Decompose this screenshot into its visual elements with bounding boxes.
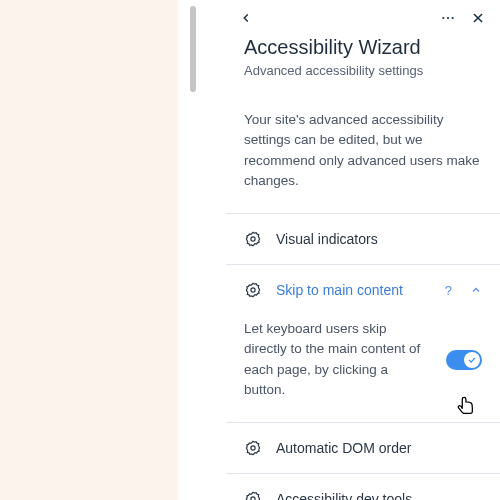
section-dom-order: Automatic DOM order bbox=[226, 422, 500, 473]
gear-icon bbox=[244, 230, 262, 248]
svg-point-2 bbox=[452, 17, 454, 19]
scrollbar-track[interactable] bbox=[190, 0, 200, 500]
section-header-dom-order[interactable]: Automatic DOM order bbox=[226, 423, 500, 473]
section-visual-indicators: Visual indicators bbox=[226, 213, 500, 264]
section-header-skip-main[interactable]: Skip to main content ? bbox=[226, 265, 500, 315]
back-icon[interactable] bbox=[236, 8, 256, 28]
title-block: Accessibility Wizard Advanced accessibil… bbox=[226, 32, 500, 92]
section-body-skip-main: Let keyboard users skip directly to the … bbox=[226, 315, 500, 422]
section-label: Skip to main content bbox=[276, 282, 427, 298]
svg-point-5 bbox=[251, 237, 255, 241]
svg-point-7 bbox=[251, 446, 255, 450]
section-skip-main: Skip to main content ? Let keyboard user… bbox=[226, 264, 500, 422]
gear-icon bbox=[244, 490, 262, 500]
skip-main-toggle[interactable] bbox=[446, 350, 482, 370]
scrollbar-thumb[interactable] bbox=[190, 6, 196, 92]
toggle-knob bbox=[464, 352, 480, 368]
more-icon[interactable] bbox=[438, 8, 458, 28]
help-icon[interactable]: ? bbox=[441, 283, 456, 298]
panel-top-bar bbox=[226, 0, 500, 32]
section-label: Visual indicators bbox=[276, 231, 482, 247]
page-title: Accessibility Wizard bbox=[244, 36, 482, 59]
chevron-up-icon[interactable] bbox=[470, 284, 482, 296]
panel-gutter bbox=[178, 0, 226, 500]
close-icon[interactable] bbox=[468, 8, 488, 28]
accessibility-panel: Accessibility Wizard Advanced accessibil… bbox=[226, 0, 500, 500]
section-header-visual-indicators[interactable]: Visual indicators bbox=[226, 214, 500, 264]
svg-point-1 bbox=[447, 17, 449, 19]
canvas-background bbox=[0, 0, 178, 500]
gear-icon bbox=[244, 281, 262, 299]
gear-icon bbox=[244, 439, 262, 457]
skip-main-description: Let keyboard users skip directly to the … bbox=[244, 319, 432, 400]
page-subtitle: Advanced accessibility settings bbox=[244, 63, 482, 78]
svg-point-0 bbox=[442, 17, 444, 19]
page-description: Your site's advanced accessibility setti… bbox=[226, 92, 500, 213]
section-label: Automatic DOM order bbox=[276, 440, 482, 456]
svg-point-6 bbox=[251, 288, 255, 292]
section-header-dev-tools[interactable]: Accessibility dev tools bbox=[226, 474, 500, 500]
section-dev-tools: Accessibility dev tools bbox=[226, 473, 500, 500]
section-label: Accessibility dev tools bbox=[276, 491, 482, 500]
